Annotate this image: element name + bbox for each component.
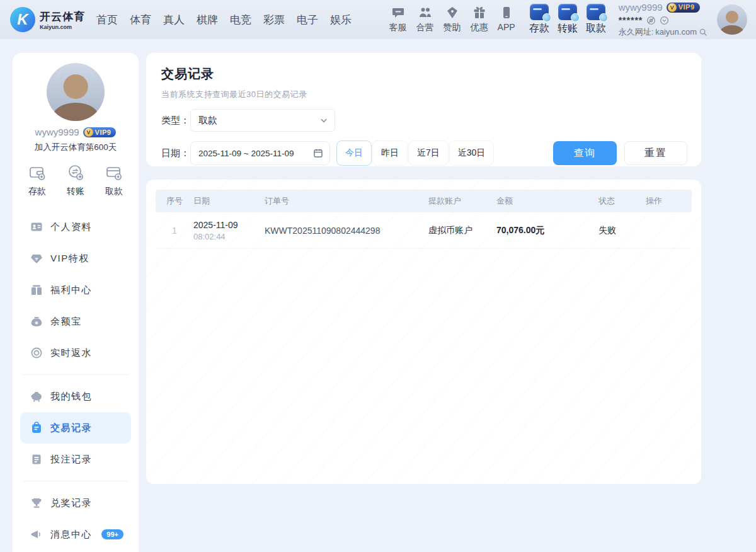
- sidebar-menu: 个人资料 VIP特权 福利中心 余额宝 实时返水: [13, 211, 139, 550]
- date-range-input[interactable]: 2025-11-09 ~ 2025-11-09: [190, 141, 330, 165]
- main-nav: 首页 体育 真人 棋牌 电竞 彩票 电子 娱乐: [96, 13, 352, 27]
- range-today-button[interactable]: 今日: [336, 141, 372, 166]
- masked-balance: ******: [619, 15, 643, 26]
- sidebar-item-welfare[interactable]: 福利中心: [20, 274, 131, 306]
- search-button[interactable]: 查询: [553, 141, 617, 165]
- sidebar-item-profile[interactable]: 个人资料: [20, 211, 131, 243]
- money-pouch-icon: [30, 315, 43, 328]
- main-content: 交易记录 当前系统支持查询最近30日的交易记录 类型： 取款 日期： 2025-…: [146, 53, 701, 484]
- topbar: K 开云体育 Kaiyun.com 首页 体育 真人 棋牌 电竞 彩票 电子 娱…: [0, 0, 756, 39]
- table-row[interactable]: 1 2025-11-09 08:02:44 KWWT20251109080244…: [156, 212, 692, 249]
- sidebar-item-wallet-label: 我的钱包: [50, 391, 92, 403]
- partners-button[interactable]: 合营: [416, 6, 434, 33]
- eye-off-icon[interactable]: [646, 16, 656, 25]
- partners-icon: [418, 6, 432, 20]
- customer-service-button[interactable]: 客服: [389, 6, 407, 33]
- id-card-icon: [30, 221, 43, 233]
- col-order-no: 订单号: [265, 195, 428, 207]
- nav-item-slots[interactable]: 电子: [297, 13, 318, 27]
- reset-button[interactable]: 重置: [624, 141, 687, 165]
- sidebar-item-welfare-label: 福利中心: [50, 284, 92, 296]
- range-30days-button[interactable]: 近30日: [449, 141, 495, 166]
- vip-shield-icon: V: [668, 3, 677, 12]
- topbar-quick-icons: 客服 合营 赞助 优惠: [389, 6, 515, 33]
- chevron-down-icon: [319, 116, 328, 125]
- col-status: 状态: [598, 195, 646, 207]
- sidebar-item-prizes-label: 兑奖记录: [50, 497, 92, 509]
- type-select[interactable]: 取款: [190, 109, 335, 132]
- sidebar-item-bets[interactable]: 投注记录: [20, 444, 131, 475]
- deposit-button[interactable]: 存款: [529, 4, 549, 35]
- sidebar-quick-actions: 存款 转账 取款: [13, 163, 139, 197]
- vip-badge[interactable]: V VIP9: [667, 3, 700, 13]
- sidebar-item-yuebao[interactable]: 余额宝: [20, 306, 131, 337]
- type-filter-row: 类型： 取款: [161, 109, 687, 132]
- sidebar-item-wallet[interactable]: 我的钱包: [20, 381, 131, 412]
- topbar-right: 客服 合营 赞助 优惠: [389, 2, 747, 38]
- withdraw-button[interactable]: 取款: [586, 4, 606, 35]
- profile-username: wywy9999: [35, 127, 79, 137]
- sidebar-item-transactions[interactable]: 交易记录: [20, 412, 131, 444]
- user-avatar[interactable]: [717, 4, 747, 35]
- transfer-button[interactable]: 转账: [558, 4, 578, 35]
- profile-vip-badge[interactable]: V VIP9: [83, 127, 117, 137]
- prize-trophy-icon: [30, 497, 43, 509]
- rebate-circle-icon: [30, 347, 43, 359]
- cell-amount: 70,076.00元: [496, 225, 598, 236]
- piggy-bank-icon: [30, 390, 43, 403]
- permanent-url-label: 永久网址:: [619, 27, 654, 37]
- chevron-circle-icon[interactable]: [660, 16, 669, 25]
- cell-account: 虚拟币账户: [428, 225, 496, 236]
- sidebar-withdraw-button[interactable]: 取款: [105, 163, 123, 197]
- user-info: wywy9999 V VIP9 ****** 永久网址: kaiyun.com: [619, 2, 708, 38]
- gift-icon: [472, 6, 486, 20]
- page-title: 交易记录: [161, 66, 687, 83]
- partners-label: 合营: [416, 22, 434, 33]
- brand-logo-icon: K: [10, 7, 35, 32]
- cell-date: 2025-11-09 08:02:44: [193, 220, 265, 241]
- type-label: 类型：: [161, 115, 190, 127]
- filter-card: 交易记录 当前系统支持查询最近30日的交易记录 类型： 取款 日期： 2025-…: [146, 53, 701, 166]
- profile-avatar[interactable]: [47, 63, 105, 121]
- transfer-label: 转账: [558, 22, 578, 35]
- nav-item-poker[interactable]: 棋牌: [197, 13, 218, 27]
- date-label: 日期：: [161, 147, 190, 159]
- nav-item-live[interactable]: 真人: [163, 13, 185, 27]
- nav-item-esports[interactable]: 电竞: [230, 13, 251, 27]
- sidebar: wywy9999 V VIP9 加入开云体育第600天 存款 转账 取款: [13, 53, 139, 552]
- nav-item-entertainment[interactable]: 娱乐: [330, 13, 352, 27]
- cell-index: 1: [156, 226, 193, 236]
- permanent-url[interactable]: kaiyun.com: [655, 27, 697, 37]
- sidebar-item-prizes[interactable]: 兑奖记录: [20, 487, 131, 519]
- withdraw-icon: [587, 4, 605, 20]
- nav-item-lottery[interactable]: 彩票: [263, 13, 285, 27]
- sidebar-deposit-button[interactable]: 存款: [28, 163, 47, 197]
- sponsor-icon: [445, 6, 459, 20]
- promotions-button[interactable]: 优惠: [471, 6, 488, 33]
- sidebar-item-rebate-label: 实时返水: [50, 347, 92, 359]
- range-yesterday-button[interactable]: 昨日: [372, 141, 408, 166]
- sidebar-item-messages-label: 消息中心: [50, 529, 92, 541]
- megaphone-icon: [30, 528, 43, 541]
- sidebar-item-bets-label: 投注记录: [50, 454, 92, 466]
- sidebar-withdraw-label: 取款: [105, 186, 123, 197]
- bet-record-icon: [30, 453, 43, 466]
- sidebar-item-messages[interactable]: 消息中心 99+: [20, 519, 131, 550]
- sponsor-button[interactable]: 赞助: [444, 6, 461, 33]
- nav-item-sports[interactable]: 体育: [130, 13, 151, 27]
- sidebar-item-profile-label: 个人资料: [50, 221, 92, 233]
- page-subtitle: 当前系统支持查询最近30日的交易记录: [161, 89, 687, 100]
- app-download-button[interactable]: APP: [498, 6, 515, 32]
- range-7days-button[interactable]: 近7日: [408, 141, 449, 166]
- date-filter-row: 日期： 2025-11-09 ~ 2025-11-09 今日 昨日 近7日 近3…: [161, 141, 687, 166]
- app-label: APP: [498, 22, 515, 32]
- date-range-value: 2025-11-09 ~ 2025-11-09: [198, 149, 294, 158]
- sidebar-transfer-button[interactable]: 转账: [66, 163, 85, 197]
- brand-logo[interactable]: K 开云体育 Kaiyun.com: [10, 7, 85, 32]
- sidebar-item-rebate[interactable]: 实时返水: [20, 337, 131, 369]
- search-icon[interactable]: [699, 28, 708, 37]
- profile-vip-level-label: VIP9: [95, 129, 112, 136]
- message-count-badge: 99+: [101, 529, 123, 539]
- nav-item-home[interactable]: 首页: [96, 13, 118, 27]
- sidebar-item-vip[interactable]: VIP特权: [20, 243, 131, 274]
